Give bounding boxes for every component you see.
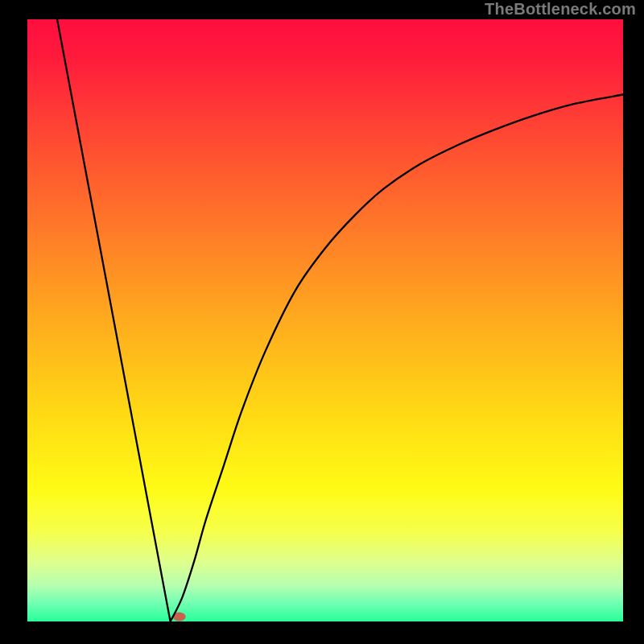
- bottleneck-chart: [0, 0, 644, 644]
- plot-background: [27, 19, 623, 621]
- chart-frame: TheBottleneck.com: [0, 0, 644, 644]
- watermark-text: TheBottleneck.com: [485, 0, 636, 19]
